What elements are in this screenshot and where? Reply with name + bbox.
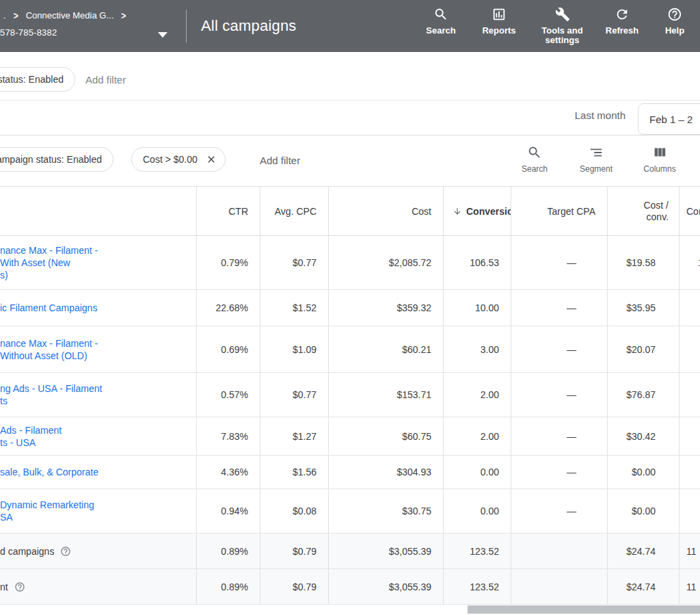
table-add-filter-button[interactable]: Add filter [260, 155, 300, 166]
nav-help-button[interactable]: Help [649, 6, 700, 45]
nav-refresh-label: Refresh [606, 26, 638, 36]
campaign-name-line: ts [0, 395, 102, 407]
totals-label-cell: d campaigns [0, 534, 196, 568]
conversions-value: 123.52 [443, 569, 511, 604]
cost-conv-value: $35.95 [607, 290, 679, 326]
account-id[interactable]: 578-785-8382 [0, 27, 57, 38]
ctr-value: 0.79% [196, 236, 260, 289]
column-header-ctr[interactable]: CTR [196, 187, 260, 235]
table-segment-button[interactable]: Segment [572, 145, 620, 174]
date-preset-label[interactable]: Last month [575, 109, 625, 121]
conv-rate-value: 11 [679, 534, 700, 568]
conv-rate-value [679, 373, 700, 417]
target-cpa-value: — [511, 489, 607, 533]
conversions-value: 123.52 [443, 534, 511, 568]
top-app-bar: . > Connective Media G... > 578-785-8382… [0, 0, 700, 52]
wrench-icon [555, 6, 570, 23]
horizontal-scrollbar [0, 605, 700, 614]
campaign-name-cell: nance Max - Filament - Without Asset (OL… [0, 326, 196, 372]
scrollbar-thumb[interactable] [468, 605, 700, 614]
close-icon[interactable] [206, 154, 217, 165]
page-add-filter-button[interactable]: Add filter [85, 74, 126, 86]
campaign-link[interactable]: nance Max - Filament - Without Asset (OL… [0, 337, 98, 362]
campaign-link[interactable]: nance Max - Filament - With Asset (New s… [0, 244, 98, 281]
nav-reports-button[interactable]: Reports [468, 6, 530, 45]
cost-conv-value: $19.58 [607, 236, 679, 289]
column-header-conversions[interactable]: Conversions [443, 187, 511, 235]
section-divider [0, 135, 700, 135]
filter-chip-cost[interactable]: Cost > $0.00 [131, 147, 226, 172]
help-icon [667, 6, 682, 23]
column-header-target-cpa[interactable]: Target CPA [511, 187, 607, 235]
avg-cpc-value: $0.79 [260, 534, 328, 568]
cost-conv-value: $24.74 [607, 534, 679, 568]
campaign-link[interactable]: Ads - Filament ts - USA [0, 424, 62, 449]
cost-value: $153.71 [328, 373, 443, 417]
campaign-link[interactable]: Dynamic Remarketing SA [0, 499, 94, 523]
cost-value: $359.32 [328, 290, 443, 326]
ctr-value: 0.94% [196, 489, 260, 533]
avg-cpc-value: $0.77 [260, 373, 328, 417]
table-search-button[interactable]: Search [511, 145, 558, 174]
table-row: sale, Bulk, & Corporate 4.36% $1.56 $304… [0, 456, 700, 489]
nav-help-label: Help [665, 26, 684, 36]
nav-search-button[interactable]: Search [414, 6, 468, 45]
cost-conv-value: $0.00 [607, 489, 679, 533]
conv-rate-value [679, 326, 700, 372]
campaign-name-line: ts - USA [0, 436, 62, 449]
table-row: ng Ads - USA - Filament ts 0.57% $0.77 $… [0, 373, 700, 417]
conv-rate-value [679, 290, 700, 326]
column-header-cost[interactable]: Cost [328, 187, 443, 235]
conv-rate-value: 11 [679, 569, 700, 604]
cost-value: $60.75 [328, 417, 443, 455]
columns-icon [652, 145, 667, 160]
breadcrumb: . > Connective Media G... > [3, 10, 126, 21]
page-filter-chip-status[interactable]: Campaign status: Enabled [0, 67, 75, 92]
conversions-value: 10.00 [443, 290, 511, 326]
totals-label-cell: nt [0, 569, 196, 604]
topbar-divider [186, 10, 187, 42]
column-header-cost-conv[interactable]: Cost / conv. [607, 187, 679, 235]
cost-value: $304.93 [328, 456, 443, 488]
table-columns-button[interactable]: Columns [636, 145, 684, 174]
account-dropdown-caret-icon[interactable] [158, 32, 167, 38]
date-range-picker[interactable]: Feb 1 – 2 [638, 103, 700, 135]
target-cpa-value [511, 534, 607, 568]
conv-rate-value [679, 417, 700, 455]
conversions-value: 0.00 [443, 489, 511, 533]
ctr-value: 7.83% [196, 417, 260, 455]
target-cpa-value: — [511, 456, 607, 488]
target-cpa-value: — [511, 290, 607, 326]
campaign-name-line: ng Ads - USA - Filament [0, 382, 102, 395]
breadcrumb-account[interactable]: Connective Media G... [26, 10, 114, 21]
campaign-name-line: sale, Bulk, & Corporate [0, 466, 98, 478]
cost-value: $30.75 [328, 489, 443, 533]
column-header-conversions-label: Conversions [466, 206, 511, 217]
arrow-down-icon [453, 207, 462, 216]
campaign-link[interactable]: ic Filament Campaigns [0, 302, 97, 314]
nav-refresh-button[interactable]: Refresh [595, 6, 649, 45]
campaign-name-line: ic Filament Campaigns [0, 302, 97, 314]
table-header-row: CTR Avg. CPC Cost Conversions Target CPA… [0, 186, 700, 236]
cost-value: $3,055.39 [328, 569, 443, 604]
totals-label: nt [0, 581, 8, 592]
campaign-link[interactable]: ng Ads - USA - Filament ts [0, 382, 102, 407]
campaign-name-line: With Asset (New [0, 257, 98, 269]
campaign-link[interactable]: sale, Bulk, & Corporate [0, 466, 98, 478]
table-row: ic Filament Campaigns 22.68% $1.52 $359.… [0, 290, 700, 326]
nav-tools-settings-button[interactable]: Tools and settings [530, 6, 595, 45]
topbar-nav: Search Reports Tools and settings Refres… [414, 6, 700, 45]
avg-cpc-value: $1.52 [260, 290, 328, 326]
nav-tools-settings-label: Tools and settings [538, 26, 587, 45]
target-cpa-value: — [511, 236, 607, 289]
chevron-right-icon: > [14, 10, 18, 21]
help-circle-icon[interactable] [14, 581, 25, 592]
help-circle-icon[interactable] [60, 546, 71, 557]
breadcrumb-root[interactable]: . [3, 10, 6, 21]
column-header-cost-conv-line1: Cost / [643, 200, 669, 211]
ctr-value: 0.57% [196, 373, 260, 417]
column-header-avg-cpc[interactable]: Avg. CPC [260, 187, 328, 235]
filter-chip-campaign-status[interactable]: Campaign status: Enabled [0, 147, 113, 172]
segment-icon [589, 145, 604, 160]
column-header-conv-rate[interactable]: Con [679, 187, 700, 235]
